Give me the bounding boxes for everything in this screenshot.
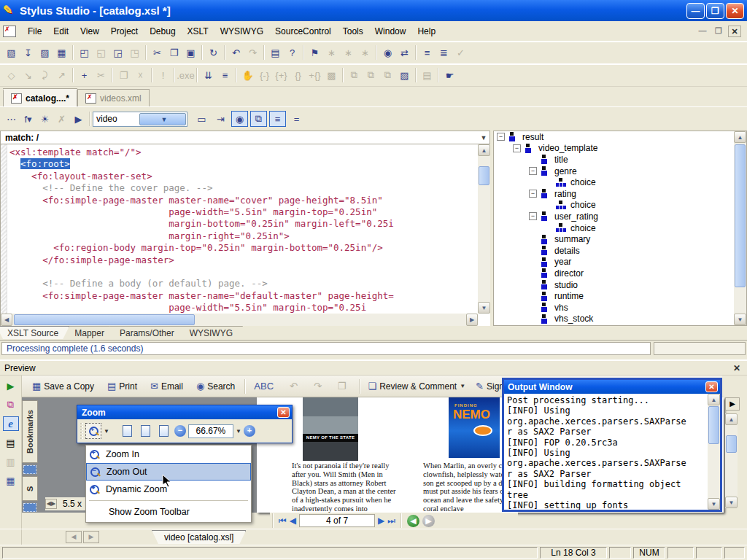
toolbar-icon[interactable]: ✓ <box>452 44 469 61</box>
toolbar-icon[interactable]: ≡ <box>419 44 436 61</box>
tree-node[interactable]: − summary <box>494 233 746 245</box>
menu-item[interactable]: File <box>22 23 47 39</box>
toolbar-icon[interactable]: ✋ <box>239 67 256 83</box>
xslt-toolbar-icon[interactable]: = <box>288 111 305 127</box>
scroll-up-icon[interactable]: ▲ <box>725 413 738 425</box>
view-tab[interactable]: XSLT Source <box>0 326 69 339</box>
marquee-zoom-icon[interactable]: + <box>85 423 101 439</box>
scroll-thumb[interactable] <box>735 144 746 287</box>
minimize-button[interactable]: — <box>686 3 705 19</box>
toolbar-icon[interactable]: ↧ <box>20 44 36 61</box>
expander-icon[interactable]: − <box>529 190 537 198</box>
print-preview-icon[interactable]: ▥ <box>3 454 19 469</box>
toolbar-icon[interactable]: + <box>76 67 93 83</box>
xslt-toolbar-icon[interactable]: ⇥ <box>212 111 229 127</box>
view-tab[interactable]: WYSIWYG <box>179 326 243 339</box>
tab-scroll-grip[interactable] <box>23 503 36 512</box>
xslt-toolbar-icon[interactable]: ▶ <box>70 111 87 127</box>
toolbar-icon[interactable]: ▧ <box>3 44 20 61</box>
toolbar-icon[interactable]: ❐ <box>166 44 182 61</box>
document-tab[interactable]: catalog....* <box>3 89 77 106</box>
toolbar-icon[interactable]: ↶ <box>228 44 244 61</box>
expander-icon[interactable]: − <box>529 212 537 220</box>
toolbar-icon[interactable]: ❐ <box>115 67 132 83</box>
menu-item[interactable]: Help <box>411 23 441 39</box>
scroll-down-icon[interactable]: ▼ <box>478 302 490 314</box>
xslt-toolbar-icon[interactable]: ✗ <box>53 111 70 127</box>
scroll-thumb[interactable] <box>708 406 719 444</box>
editor-hscrollbar[interactable]: ◀ ▶ <box>1 314 478 326</box>
scroll-down-icon[interactable]: ▼ <box>734 314 746 325</box>
toolbar-icon[interactable]: .exe <box>177 67 194 83</box>
toolbar-icon[interactable]: ◳ <box>126 44 143 61</box>
previous-view-icon[interactable]: ◀ <box>407 515 419 527</box>
close-button[interactable]: ✕ <box>726 3 744 19</box>
xslt-toolbar-icon[interactable]: ⋯ <box>3 111 20 127</box>
tab-scroll-right-icon[interactable]: ▶ <box>83 531 99 543</box>
toolbar-grip[interactable] <box>80 423 83 439</box>
acrobat-button[interactable]: ↶ <box>285 378 308 395</box>
toolbar-icon[interactable]: ⧉ <box>379 67 396 83</box>
toolbar-icon[interactable]: ↻ <box>205 44 222 61</box>
view-tab[interactable]: Params/Other <box>109 326 185 339</box>
toolbar-icon[interactable]: ? <box>284 44 301 61</box>
next-page-icon[interactable]: ▶ <box>378 516 384 526</box>
toolbar-icon[interactable]: ▤ <box>267 44 284 61</box>
tab-scroll-left-icon[interactable]: ◀ <box>66 531 82 543</box>
tree-node[interactable]: − rating <box>494 188 746 200</box>
toolbar-icon[interactable]: ≡ <box>217 67 233 83</box>
document-tab[interactable]: videos.xml <box>77 89 150 106</box>
menu-item[interactable]: SourceControl <box>269 23 337 39</box>
menu-item[interactable]: Project <box>105 23 144 39</box>
scroll-up-icon[interactable]: ▲ <box>734 131 746 143</box>
toolbar-icon[interactable]: ! <box>155 67 171 83</box>
toolbar-icon[interactable]: ⤸ <box>36 67 53 83</box>
toolbar-icon[interactable]: ◉ <box>379 44 396 61</box>
acrobat-button[interactable]: ◉ Search <box>192 378 242 395</box>
next-view-icon[interactable]: ▶ <box>422 515 435 527</box>
acrobat-button[interactable]: ↷ <box>309 378 332 395</box>
expander-icon[interactable]: − <box>529 167 537 175</box>
scroll-up-icon[interactable]: ▲ <box>708 394 720 405</box>
toolbar-icon[interactable]: {-} <box>256 67 273 83</box>
tree-node[interactable]: − choice <box>494 200 746 211</box>
first-page-icon[interactable]: ⏮ <box>279 516 287 526</box>
actual-size-icon[interactable] <box>120 423 136 439</box>
save-output-icon[interactable]: ▦ <box>3 473 19 488</box>
close-icon[interactable]: ✕ <box>705 381 718 392</box>
xslt-toolbar-icon[interactable]: ☀ <box>36 111 53 127</box>
scroll-down-icon[interactable]: ▼ <box>725 497 738 508</box>
acrobat-button[interactable]: ❏ Review & Comment ▼ <box>364 378 471 395</box>
fit-width-icon[interactable] <box>156 423 172 439</box>
mapper-view-icon[interactable]: ⧉ <box>3 397 19 412</box>
menu-item[interactable]: WYSIWYG <box>214 23 269 39</box>
toolbar-icon[interactable]: ✂ <box>149 44 166 61</box>
chevron-down-icon[interactable]: ▼ <box>236 428 241 435</box>
menu-item[interactable]: View <box>74 23 105 39</box>
tree-node[interactable]: − user_rating <box>494 211 746 222</box>
tree-node[interactable]: − genre <box>494 166 746 177</box>
toolbar-icon[interactable]: ∗ <box>323 44 340 61</box>
tree-node[interactable]: − title <box>494 154 746 166</box>
fit-page-icon[interactable] <box>138 423 154 439</box>
xslt-toolbar-icon[interactable]: f▾ <box>20 111 36 127</box>
zoom-level-field[interactable]: 66.67% <box>188 424 233 438</box>
chevron-down-icon[interactable]: ▼ <box>478 134 489 141</box>
toolbar-icon[interactable]: ∗ <box>357 44 374 61</box>
run-preview-icon[interactable]: ▶ <box>3 378 19 393</box>
scroll-right-icon[interactable]: ▶ <box>466 314 478 326</box>
toolbar-icon[interactable]: ✂ <box>93 67 109 83</box>
page-number-field[interactable]: 4 of 7 <box>299 514 375 527</box>
acrobat-button[interactable]: ABC <box>249 378 284 395</box>
expander-icon[interactable]: − <box>513 144 521 152</box>
scenario-combobox[interactable]: video ▼ <box>93 112 187 127</box>
menu-item[interactable]: Debug <box>144 23 181 39</box>
chevron-down-icon[interactable]: ▼ <box>104 428 109 435</box>
toolbar-icon[interactable]: ↷ <box>244 44 261 61</box>
toolbar-icon[interactable]: ↗ <box>53 67 70 83</box>
splitter-handle[interactable]: ◀▶ <box>45 499 57 509</box>
toolbar-icon[interactable]: ▨ <box>36 44 53 61</box>
toolbar-icon[interactable]: ⧉ <box>346 67 363 83</box>
toolbar-icon[interactable]: {} <box>290 67 306 83</box>
expand-panel-icon[interactable]: ▶ <box>725 397 740 411</box>
